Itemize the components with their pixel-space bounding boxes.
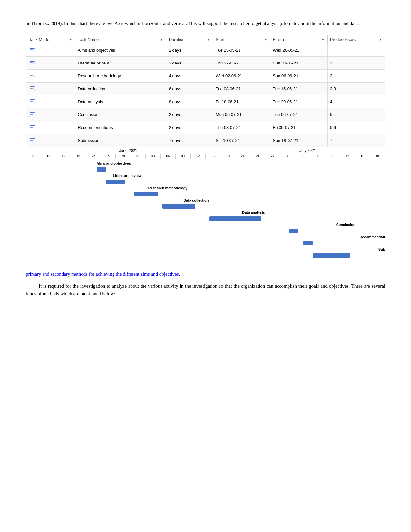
finish-cell: Sun 18-07-21 xyxy=(270,134,327,147)
duration-dropdown-icon[interactable]: ▼ xyxy=(207,38,210,41)
task-mode-icon xyxy=(29,59,35,66)
predecessors-dropdown-icon[interactable]: ▼ xyxy=(379,38,382,41)
gantt-bar xyxy=(313,253,350,258)
svg-rect-9 xyxy=(30,101,33,102)
gantt-row: Data analysis xyxy=(26,210,385,222)
gantt-day-cell: 09 xyxy=(325,154,340,159)
col-header-task-mode[interactable]: Task Mode ▼ xyxy=(26,35,75,44)
gantt-day-cell: 03 xyxy=(146,154,161,159)
task-name-cell: Data analysis xyxy=(75,95,166,108)
gantt-task-label: Recommendations xyxy=(360,235,385,239)
svg-rect-13 xyxy=(30,127,33,128)
finish-cell: Sun 06-06-21 xyxy=(270,70,327,83)
task-name-cell: Literature review xyxy=(75,57,166,70)
finish-cell: Sun 30-05-21 xyxy=(270,57,327,70)
gantt-row: Conclusion xyxy=(26,222,385,234)
gantt-day-cell: 22 xyxy=(86,154,101,159)
predecessors-cell xyxy=(327,44,385,57)
svg-rect-11 xyxy=(30,114,33,115)
bottom-link[interactable]: primary and secondary methods for achiev… xyxy=(26,271,385,277)
gantt-day-cell: 18 xyxy=(220,154,235,159)
gantt-task-label: Research methodology xyxy=(148,186,188,190)
gantt-task-label: Data analysis xyxy=(242,211,265,214)
gantt-day-cell: 24 xyxy=(250,154,265,159)
gantt-bar xyxy=(97,167,106,172)
gantt-day-cell: 16 xyxy=(56,154,71,159)
gantt-day-cell: 25 xyxy=(101,154,116,159)
task-mode-icon xyxy=(29,124,35,130)
col-header-predecessors[interactable]: Predecessors ▼ xyxy=(327,35,385,44)
gantt-day-cell: 12 xyxy=(340,154,355,159)
table-row: Data analysis8 daysFri 18-06-21Tue 29-06… xyxy=(26,95,385,108)
predecessors-cell: 5 xyxy=(327,108,385,121)
predecessors-cell: 1 xyxy=(327,57,385,70)
task-name-cell: Conclusion xyxy=(75,108,166,121)
gantt-day-cell: 06 xyxy=(310,154,325,159)
task-mode-icon xyxy=(29,72,35,79)
task-name-cell: Aims and objectives xyxy=(75,44,166,57)
duration-cell: 6 days xyxy=(166,83,213,95)
finish-cell: Tue 15-06-21 xyxy=(270,83,327,95)
gantt-row: Data collection xyxy=(26,198,385,210)
table-row: Data collection6 daysTue 08-06-21Tue 15-… xyxy=(26,83,385,95)
start-dropdown-icon[interactable]: ▼ xyxy=(264,38,267,41)
svg-rect-4 xyxy=(30,74,35,74)
table-row: Recommendations2 daysThu 08-07-21Fri 09-… xyxy=(26,121,385,134)
gantt-days-row: 1013161922252831030609121518212427300306… xyxy=(26,154,385,159)
svg-rect-6 xyxy=(30,86,35,87)
table-row: Research methodology4 daysWed 02-06-21Su… xyxy=(26,70,385,83)
task-mode-dropdown-icon[interactable]: ▼ xyxy=(69,38,72,41)
task-name-dropdown-icon[interactable]: ▼ xyxy=(160,38,163,41)
gantt-row: Literature review xyxy=(26,173,385,185)
gantt-day-cell: 18 xyxy=(370,154,385,159)
task-name-cell: Data collection xyxy=(75,83,166,95)
predecessors-cell: 5,6 xyxy=(327,121,385,134)
duration-cell: 2 days xyxy=(166,44,213,57)
predecessors-cell: 7 xyxy=(327,134,385,147)
start-cell: Tue 25-05-21 xyxy=(213,44,270,57)
gantt-day-cell: 27 xyxy=(265,154,280,159)
gantt-task-label: Conclusion xyxy=(336,223,356,227)
start-cell: Wed 02-06-21 xyxy=(213,70,270,83)
task-mode-cell xyxy=(26,108,75,121)
start-cell: Thu 27-05-21 xyxy=(213,57,270,70)
gantt-day-cell: 19 xyxy=(71,154,86,159)
gantt-day-cell: 21 xyxy=(235,154,250,159)
svg-rect-8 xyxy=(30,99,35,100)
task-mode-icon xyxy=(29,85,35,92)
task-name-cell: Recommendations xyxy=(75,121,166,134)
col-header-task-name[interactable]: Task Name ▼ xyxy=(75,35,166,44)
task-mode-cell xyxy=(26,134,75,147)
gantt-day-cell: 15 xyxy=(355,154,370,159)
gantt-vertical-line xyxy=(280,159,280,262)
gantt-bar xyxy=(209,216,261,221)
duration-cell: 7 days xyxy=(166,134,213,147)
gantt-day-cell: 28 xyxy=(116,154,131,159)
task-mode-cell xyxy=(26,95,75,108)
start-cell: Thu 08-07-21 xyxy=(213,121,270,134)
col-header-start[interactable]: Start ▼ xyxy=(213,35,270,44)
duration-cell: 4 days xyxy=(166,70,213,83)
col-header-finish[interactable]: Finish ▼ xyxy=(270,35,327,44)
finish-cell: Wed 26-05-21 xyxy=(270,44,327,57)
table-row: Literature review3 daysThu 27-05-21Sun 3… xyxy=(26,57,385,70)
gantt-day-cell: 09 xyxy=(176,154,191,159)
finish-dropdown-icon[interactable]: ▼ xyxy=(321,38,325,41)
table-row: Conclusion2 daysMon 05-07-21Tue 06-07-21… xyxy=(26,108,385,121)
task-mode-icon xyxy=(29,137,35,143)
duration-cell: 2 days xyxy=(166,108,213,121)
finish-cell: Fri 09-07-21 xyxy=(270,121,327,134)
body-paragraph: It is required for the investigation to … xyxy=(26,282,385,298)
gantt-chart-wrapper: June 2021 July 2021 10131619222528310306… xyxy=(26,147,385,262)
gantt-bar xyxy=(303,241,313,245)
task-mode-icon xyxy=(29,111,35,117)
col-header-duration[interactable]: Duration ▼ xyxy=(166,35,213,44)
svg-rect-2 xyxy=(30,61,35,62)
task-name-cell: Submission xyxy=(75,134,166,147)
task-name-cell: Research methodology xyxy=(75,70,166,83)
task-mode-cell xyxy=(26,70,75,83)
gantt-body: Aims and objectivesLiterature reviewRese… xyxy=(26,159,385,262)
gantt-day-cell: 30 xyxy=(280,154,295,159)
svg-rect-15 xyxy=(30,140,33,141)
predecessors-cell: 4 xyxy=(327,95,385,108)
